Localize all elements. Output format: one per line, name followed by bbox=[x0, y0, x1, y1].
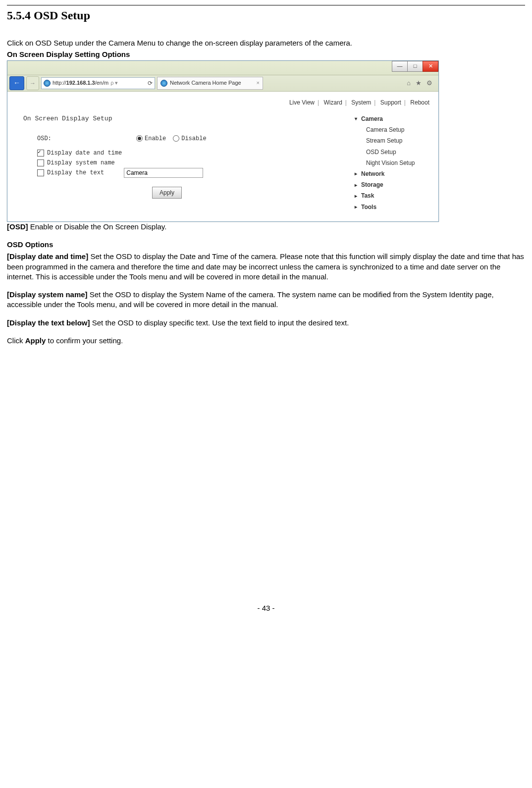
desc-display-text: [Display the text below] Set the OSD to … bbox=[7, 318, 525, 328]
side-storage[interactable]: ▸ Storage bbox=[353, 179, 432, 190]
desc-display-system-name: [Display system name] Set the OSD to dis… bbox=[7, 290, 525, 310]
page-top-nav: Live View| Wizard| System| Support| Rebo… bbox=[13, 96, 432, 111]
home-icon[interactable]: ⌂ bbox=[407, 79, 411, 88]
display-text-input[interactable] bbox=[124, 168, 203, 178]
display-text-label: Display the text bbox=[47, 169, 104, 177]
osd-options-heading: OSD Options bbox=[7, 240, 525, 250]
side-tools[interactable]: ▸ Tools bbox=[353, 202, 432, 212]
nav-system[interactable]: System bbox=[351, 99, 371, 106]
display-system-name-checkbox[interactable] bbox=[37, 159, 44, 166]
refresh-icon[interactable]: ⟳ bbox=[148, 79, 153, 87]
chevron-right-icon: ▸ bbox=[353, 204, 358, 210]
side-osd-setup[interactable]: OSD Setup bbox=[353, 147, 432, 158]
side-camera-setup[interactable]: Camera Setup bbox=[353, 124, 432, 135]
osd-disable-label: Disable bbox=[181, 135, 206, 143]
apply-button[interactable]: Apply bbox=[152, 187, 182, 199]
side-nav: ▾ Camera Camera Setup Stream Setup OSD S… bbox=[353, 111, 432, 212]
settings-icon[interactable]: ⚙ bbox=[426, 79, 432, 88]
side-stream-setup[interactable]: Stream Setup bbox=[353, 135, 432, 146]
desc-osd: [OSD] Enable or Disable the On Screen Di… bbox=[7, 222, 525, 232]
screenshot-window: — □ ✕ ← → http://192.168.1.3/en/m ρ ▾ ⟳ … bbox=[7, 60, 439, 222]
side-task[interactable]: ▸ Task bbox=[353, 190, 432, 201]
chevron-right-icon: ▸ bbox=[353, 182, 358, 189]
display-date-label: Display date and time bbox=[47, 149, 122, 157]
page-number: - 43 - bbox=[7, 603, 525, 613]
nav-live-view[interactable]: Live View bbox=[289, 99, 315, 106]
intro-text: Click on OSD Setup under the Camera Menu… bbox=[7, 38, 525, 48]
section-heading: 5.5.4 OSD Setup bbox=[7, 5, 525, 23]
url-field[interactable]: http://192.168.1.3/en/m ρ ▾ ⟳ bbox=[41, 77, 155, 89]
tab-close-icon[interactable]: × bbox=[257, 79, 260, 87]
nav-wizard[interactable]: Wizard bbox=[324, 99, 342, 106]
window-titlebar: — □ ✕ bbox=[7, 61, 438, 75]
ie-icon bbox=[44, 80, 51, 87]
panel-title: On Screen Display Setup bbox=[23, 114, 343, 123]
side-night-vision-setup[interactable]: Night Vision Setup bbox=[353, 158, 432, 168]
side-network[interactable]: ▸ Network bbox=[353, 168, 432, 179]
desc-display-date: [Display date and time] Set the OSD to d… bbox=[7, 252, 525, 282]
browser-tab[interactable]: Network Camera Home Page × bbox=[157, 77, 263, 90]
chevron-down-icon: ▾ bbox=[353, 115, 358, 122]
url-text: http://192.168.1.3/en/m bbox=[53, 79, 108, 87]
nav-reboot[interactable]: Reboot bbox=[410, 99, 429, 106]
nav-support[interactable]: Support bbox=[380, 99, 401, 106]
window-minimize-button[interactable]: — bbox=[392, 61, 407, 72]
osd-enable-label: Enable bbox=[145, 135, 166, 143]
setting-options-heading: On Screen Display Setting Options bbox=[7, 50, 525, 59]
window-maximize-button[interactable]: □ bbox=[407, 61, 423, 72]
osd-label: OSD: bbox=[23, 135, 136, 143]
display-system-name-label: Display system name bbox=[47, 159, 115, 167]
display-text-checkbox[interactable] bbox=[37, 169, 44, 176]
browser-address-bar: ← → http://192.168.1.3/en/m ρ ▾ ⟳ Networ… bbox=[7, 75, 438, 92]
search-dropdown-icon[interactable]: ρ ▾ bbox=[110, 79, 118, 87]
browser-forward-button[interactable]: → bbox=[26, 76, 39, 90]
side-camera[interactable]: ▾ Camera bbox=[353, 113, 432, 124]
tab-title: Network Camera Home Page bbox=[170, 79, 241, 87]
osd-disable-radio[interactable] bbox=[173, 135, 179, 142]
window-close-button[interactable]: ✕ bbox=[423, 61, 438, 72]
tab-favicon-icon bbox=[160, 80, 167, 87]
chevron-right-icon: ▸ bbox=[353, 170, 358, 177]
apply-instruction: Click Apply to confirm your setting. bbox=[7, 336, 525, 346]
osd-enable-radio[interactable] bbox=[136, 135, 143, 142]
chevron-right-icon: ▸ bbox=[353, 193, 358, 200]
favorites-icon[interactable]: ★ bbox=[416, 79, 422, 88]
browser-back-button[interactable]: ← bbox=[9, 76, 24, 90]
display-date-checkbox[interactable] bbox=[37, 150, 44, 157]
